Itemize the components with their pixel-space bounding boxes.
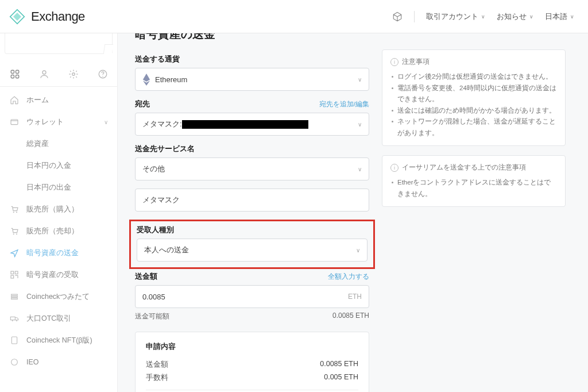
gear-icon: [68, 69, 79, 79]
summary-amount-label: 送金額: [146, 360, 168, 370]
sidebar-item-label: 大口OTC取引: [26, 314, 71, 324]
brand-logo[interactable]: Exchange: [9, 9, 85, 25]
account-menu-label: 取引アカウント: [426, 11, 478, 22]
send-icon: [9, 248, 20, 258]
notice-item: Etherをコントラクトアドレスに送金することはできません。: [390, 177, 557, 199]
sidebar-item-sell[interactable]: 販売所（売却）: [0, 220, 117, 242]
notice-column: i 注意事項 ログイン後2分間は仮想通貨の送金はできません。 電話番号を変更後、…: [382, 33, 566, 392]
notice-list: ログイン後2分間は仮想通貨の送金はできません。 電話番号を変更後、24時間以内に…: [390, 71, 557, 139]
svg-rect-8: [11, 120, 18, 125]
svg-point-9: [13, 212, 14, 213]
amount-value: 0.0085: [142, 293, 165, 301]
svg-point-21: [16, 320, 17, 321]
account-menu[interactable]: 取引アカウント ∨: [426, 11, 485, 22]
redacted-address: [182, 120, 308, 129]
sidebar-item-label: ホーム: [26, 95, 49, 105]
sidebar-sub-jpy-deposit[interactable]: 日本円の入金: [0, 155, 117, 176]
doc-icon: [9, 335, 20, 345]
destination-select[interactable]: メタマスク: ∨: [135, 113, 369, 136]
svg-rect-22: [11, 337, 17, 344]
sidebar-item-crypto-receive[interactable]: 暗号資産の受取: [0, 264, 117, 286]
notice-menu[interactable]: お知らせ ∨: [497, 11, 533, 22]
sidebar-item-label: 販売所（売却）: [26, 226, 79, 236]
amount-input[interactable]: 0.0085 ETH: [135, 285, 369, 308]
tab-user[interactable]: [29, 62, 59, 86]
notice-title: イーサリアムを送金する上での注意事項: [402, 163, 526, 172]
chevron-down-icon: ∨: [356, 247, 360, 253]
currency-value: Ethereum: [155, 75, 187, 84]
sidebar-item-wallet[interactable]: ウォレット ∨: [0, 111, 117, 133]
notice-item: ログイン後2分間は仮想通貨の送金はできません。: [390, 71, 557, 83]
sidebar-item-home[interactable]: ホーム: [0, 89, 117, 111]
summary-amount-value: 0.0085 ETH: [320, 360, 358, 370]
sidebar-item-ieo[interactable]: IEO: [0, 351, 117, 373]
sidebar-item-label: Coincheckつみたて: [26, 292, 90, 302]
svg-point-11: [13, 233, 14, 235]
cart-out-icon: [9, 226, 20, 236]
sidebar-sub-jpy-withdraw[interactable]: 日本円の出金: [0, 176, 117, 198]
ethereum-icon: [142, 75, 150, 83]
chevron-down-icon: ∨: [358, 166, 362, 172]
svg-rect-14: [15, 271, 18, 274]
cube-icon-button[interactable]: [392, 11, 403, 22]
sidebar-tabs: [0, 62, 117, 87]
summary-fee-value: 0.005 ETH: [324, 373, 358, 383]
sidebar-item-label: 販売所（購入）: [26, 205, 79, 214]
svg-rect-3: [16, 75, 18, 78]
destination-manage-link[interactable]: 宛先を追加/編集: [319, 100, 369, 109]
sidebar-item-label: 暗号資産の受取: [26, 270, 79, 280]
summary-fee-label: 手数料: [146, 373, 168, 383]
service-select[interactable]: その他 ∨: [135, 157, 369, 180]
sidebar-item-label: Coincheck NFT(β版): [26, 336, 92, 345]
tab-grid[interactable]: [0, 62, 29, 86]
notice-item: 送金には確認のため時間がかかる場合があります。: [390, 105, 557, 117]
service-text-group: メタマスク: [135, 189, 369, 212]
sidebar-item-buy[interactable]: 販売所（購入）: [0, 198, 117, 220]
logo-icon: [9, 9, 25, 25]
sidebar-item-crypto-send[interactable]: 暗号資産の送金: [0, 242, 117, 264]
sidebar-sub-all-assets[interactable]: 総資産: [0, 133, 117, 155]
amount-all-link[interactable]: 全額入力する: [328, 272, 369, 281]
language-menu[interactable]: 日本語 ∨: [545, 11, 574, 22]
grid-icon: [10, 69, 20, 79]
cart-icon: [9, 204, 20, 214]
sidebar-item-label: IEO: [26, 358, 39, 366]
available-value: 0.0085 ETH: [332, 312, 369, 321]
amount-unit: ETH: [348, 293, 362, 301]
divider: [414, 11, 415, 22]
stack-icon: [9, 291, 20, 302]
svg-point-7: [102, 76, 103, 77]
sidebar-item-otc[interactable]: 大口OTC取引: [0, 308, 117, 329]
destination-group: 宛先 宛先を追加/編集 メタマスク: ∨: [135, 99, 369, 136]
service-text-value: メタマスク: [142, 195, 180, 205]
sidebar-item-nft[interactable]: Coincheck NFT(β版): [0, 329, 117, 351]
svg-point-12: [16, 233, 17, 235]
notice-menu-label: お知らせ: [497, 11, 527, 22]
brand-name: Exchange: [31, 9, 85, 24]
svg-point-4: [42, 71, 46, 74]
chevron-down-icon: ∨: [358, 76, 362, 83]
sidebar-item-label: ウォレット: [26, 117, 64, 127]
svg-rect-1: [16, 70, 18, 73]
language-menu-label: 日本語: [545, 11, 567, 22]
summary-title: 申請内容: [146, 341, 358, 352]
sidebar: ホーム ウォレット ∨ 総資産 日本円の入金 日本円の出金 販売所（購入） 販売…: [0, 33, 118, 392]
chevron-down-icon: ∨: [481, 14, 485, 20]
svg-rect-0: [11, 70, 14, 73]
chevron-down-icon: ∨: [529, 14, 533, 20]
svg-rect-19: [10, 317, 15, 320]
sidebar-item-tsumitate[interactable]: Coincheckつみたて: [0, 286, 117, 308]
recipient-type-select[interactable]: 本人への送金 ∨: [137, 239, 368, 262]
chevron-down-icon: ∨: [104, 119, 108, 125]
svg-point-5: [72, 73, 75, 76]
qr-icon: [9, 270, 20, 280]
form-column: 暗号資産の送金 送金する通貨 Ethereum ∨ 宛先 宛先を追加/編集 メタ…: [135, 33, 369, 392]
svg-rect-18: [11, 298, 18, 299]
info-icon: i: [390, 164, 399, 172]
info-icon: i: [390, 58, 399, 66]
tab-help[interactable]: [88, 62, 117, 86]
tab-settings[interactable]: [59, 62, 88, 86]
svg-point-23: [11, 359, 18, 366]
service-text-input[interactable]: メタマスク: [135, 189, 369, 212]
currency-select[interactable]: Ethereum ∨: [135, 68, 369, 91]
